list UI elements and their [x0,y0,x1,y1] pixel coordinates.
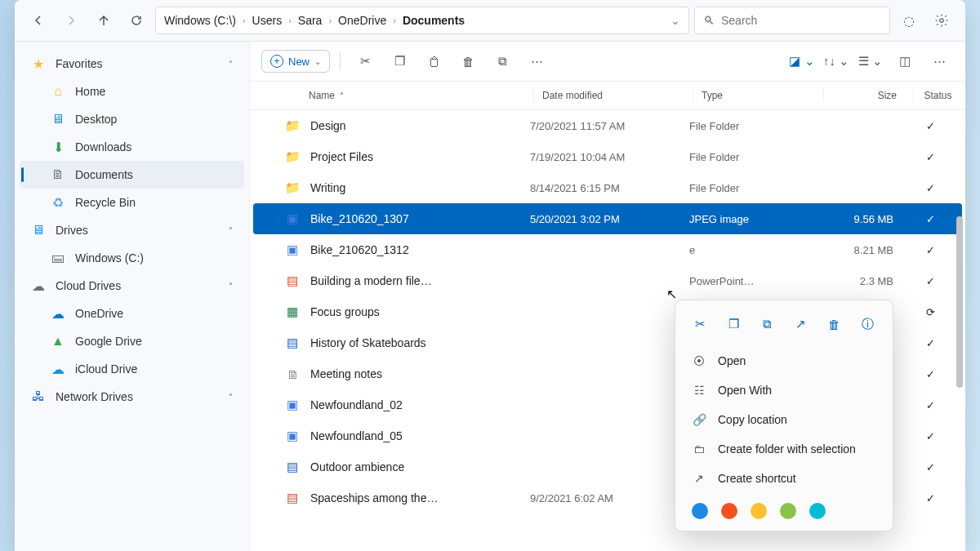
file-type: PowerPoint… [689,275,820,287]
sidebar-section-cloud-drives[interactable]: ☁Cloud Drives˄ [20,272,244,300]
plus-icon: + [270,55,283,68]
xlsx-icon: ▦ [283,304,302,320]
onedrive-icon: ☁ [51,306,65,321]
sidebar-item-documents[interactable]: 🗎Documents [20,161,244,189]
sidebar-item-recycle-bin[interactable]: ♻︎Recycle Bin [20,189,244,216]
more-button[interactable]: ⋯ [522,48,551,74]
overflow-button[interactable]: ⋯ [924,48,954,74]
filter-button[interactable]: ◪ ⌄ [787,48,817,74]
image-icon: ▣ [283,397,302,413]
context-menu-item-label: Copy location [718,413,787,426]
breadcrumb-expand-icon[interactable]: ⌄ [670,14,680,27]
color-tag-dot[interactable] [692,503,708,519]
refresh-button[interactable] [122,7,150,34]
column-name[interactable]: Name ˄ [284,90,533,101]
back-button[interactable] [24,7,52,34]
ctx-delete-button[interactable]: 🗑︎ [821,310,849,338]
ctx-copy-button[interactable]: ❐ [720,310,748,338]
main-panel: + New ⌄ ✂︎ ❐ 📋︎ 🗑︎ ⧉ ⋯ ◪ ⌄ ↑↓ ⌄ ☰ ⌄ ◫ ⋯ [250,42,965,551]
forward-button[interactable] [57,7,85,34]
docx-icon: ▤ [283,335,302,351]
color-tag-dot[interactable] [780,503,796,519]
breadcrumb-item[interactable]: Users [252,14,283,27]
file-size: 8.21 MB [820,244,910,256]
breadcrumb-item-current[interactable]: Documents [403,14,465,27]
sidebar-item-home[interactable]: ⌂Home [20,78,244,105]
breadcrumb-item[interactable]: Sara [298,14,323,27]
svg-point-0 [940,19,944,23]
sort-button[interactable]: ↑↓ ⌄ [822,48,851,74]
downloads-icon: ⬇ [51,140,65,154]
sidebar-item-icloud-drive[interactable]: ☁iCloud Drive [20,355,244,383]
sidebar-section-label: Drives [56,224,88,237]
column-date[interactable]: Date modified [533,90,693,101]
ppt-icon: ▤ [283,273,302,289]
chevron-up-icon: ˄ [229,393,233,402]
file-row[interactable]: ▣ Bike_210620_1307 5/20/2021 3:02 PM JPE… [253,203,962,234]
context-menu-item-open-with[interactable]: ☷Open With [679,375,889,405]
sidebar-section-network-drives[interactable]: 🖧Network Drives˄ [20,383,244,411]
new-button[interactable]: + New ⌄ [261,50,330,73]
context-menu-quick-actions: ✂︎ ❐ ⧉ ↗ 🗑︎ ⓘ [679,307,889,346]
ctx-info-button[interactable]: ⓘ [854,310,882,338]
file-row[interactable]: 📁 Writing 8/14/2021 6:15 PM File Folder … [253,172,962,203]
file-row[interactable]: ▤ Building a modern file… PowerPoint… 2.… [253,265,962,296]
columns-header: Name ˄ Date modified Type Size Status [250,82,965,110]
file-row[interactable]: ▣ Bike_210620_1312 e 8.21 MB ✓ [253,234,962,265]
settings-icon[interactable] [928,7,956,34]
sidebar-item-label: Windows (C:) [75,251,144,264]
breadcrumb-item[interactable]: OneDrive [338,14,386,27]
paste-button[interactable]: 📋︎ [419,48,448,74]
context-menu-item-create-folder-with-selection[interactable]: 🗀Create folder with selection [679,434,889,464]
sidebar-item-downloads[interactable]: ⬇Downloads [20,133,244,161]
color-tag-dot[interactable] [809,503,826,519]
context-menu-item-open[interactable]: ⦿Open [679,346,889,375]
breadcrumb[interactable]: Windows (C:\) › Users › Sara › OneDrive … [155,7,689,34]
delete-button[interactable]: 🗑︎ [453,48,483,74]
sidebar-section-label: Network Drives [56,390,133,403]
topbar: Windows (C:\) › Users › Sara › OneDrive … [15,0,965,42]
column-type[interactable]: Type [693,90,823,101]
column-status[interactable]: Status [913,90,954,101]
color-tag-dot[interactable] [751,503,767,519]
context-menu-item-copy-location[interactable]: 🔗Copy location [679,405,889,434]
sidebar-item-onedrive[interactable]: ☁OneDrive [20,300,244,327]
file-status: ⟳ [910,306,951,318]
breadcrumb-item[interactable]: Windows (C:\) [164,14,236,27]
chevron-down-icon: ⌄ [314,57,321,66]
up-button[interactable] [90,7,118,34]
search-input[interactable] [721,14,881,27]
ctx-share-button[interactable]: ↗ [787,310,815,338]
rename-button[interactable]: ⧉ [488,48,517,74]
copy-button[interactable]: ❐ [385,48,414,74]
file-row[interactable]: 📁 Project Files 7/19/2021 10:04 AM File … [253,141,962,172]
chevron-right-icon: › [288,16,292,25]
view-button[interactable]: ☰ ⌄ [856,48,885,74]
sidebar-section-drives[interactable]: 🖥︎Drives˄ [20,216,244,244]
context-menu-item-create-shortcut[interactable]: ↗Create shortcut [679,464,889,493]
scrollbar-thumb[interactable] [956,216,963,388]
scrollbar[interactable] [954,216,965,551]
file-row[interactable]: 📁 Design 7/20/2021 11:57 AM File Folder … [253,110,962,141]
file-name: Newfoundland_05 [302,429,530,442]
chevron-right-icon: › [328,16,332,25]
sidebar-item-desktop[interactable]: 🖥︎Desktop [20,105,244,133]
sidebar-item-label: Desktop [75,113,117,126]
column-size[interactable]: Size [823,90,913,101]
details-pane-button[interactable]: ◫ [890,48,920,74]
cut-button[interactable]: ✂︎ [350,48,380,74]
sidebar-item-windows-c-[interactable]: 🖴Windows (C:) [20,244,244,272]
file-name: Building a modern file… [302,274,530,287]
color-tag-dot[interactable] [721,503,737,519]
search-box[interactable]: 🔍︎ [694,7,890,34]
file-date: 7/19/2021 10:04 AM [530,151,689,163]
sidebar-item-google-drive[interactable]: ▲Google Drive [20,327,244,355]
recycle-bin-icon: ♻︎ [51,195,65,210]
sidebar-section-favorites[interactable]: ★Favorites˄ [20,50,244,78]
ctx-cut-button[interactable]: ✂︎ [687,310,715,338]
file-name: History of Skateboards [302,336,530,349]
context-menu: ✂︎ ❐ ⧉ ↗ 🗑︎ ⓘ ⦿Open☷Open With🔗Copy locat… [675,300,893,531]
sync-status-icon[interactable]: ◌ [895,7,923,34]
googledrive-icon: ▲ [51,334,65,349]
ctx-rename-button[interactable]: ⧉ [754,310,782,338]
